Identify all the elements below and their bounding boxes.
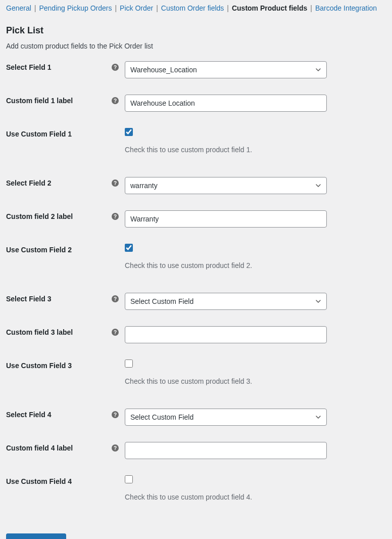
custom-field-4-label-input[interactable] [125,442,327,459]
custom-field-1-label-label: Custom field 1 label [6,97,73,105]
page-title: Pick List [6,25,386,36]
nav-tab[interactable]: Pending Pickup Orders [39,4,112,12]
select-field-4-label: Select Field 4 [6,411,51,419]
custom-field-3-label-label: Custom field 3 label [6,328,73,336]
help-icon[interactable]: ? [112,329,119,336]
use-custom-field-2-label: Use Custom Field 2 [6,246,72,254]
use-custom-field-1-checkbox[interactable] [125,128,133,136]
help-icon[interactable]: ? [112,444,119,452]
help-icon[interactable]: ? [112,295,119,302]
nav-separator: | [156,4,158,12]
use-custom-field-3-label: Use Custom Field 3 [6,362,72,370]
use-custom-field-3-checkbox[interactable] [125,360,133,368]
custom-field-2-label-input[interactable] [125,210,327,228]
help-icon[interactable]: ? [112,179,119,187]
use-custom-field-1-help: Check this to use custom product field 1… [125,146,327,154]
nav-separator: | [34,4,36,12]
select-field-2[interactable]: warranty [125,177,327,194]
use-custom-field-4-help: Check this to use custom product field 4… [125,493,327,501]
nav-tab[interactable]: Pick Order [120,4,153,12]
use-custom-field-3-help: Check this to use custom product field 3… [125,377,327,385]
nav-separator: | [310,4,312,12]
nav-separator: | [115,4,117,12]
select-field-1[interactable]: Warehouse_Location [125,61,327,78]
use-custom-field-1-label: Use Custom Field 1 [6,130,72,138]
use-custom-field-2-help: Check this to use custom product field 2… [125,261,327,270]
nav-tab[interactable]: General [6,4,31,12]
select-field-2-label: Select Field 2 [6,179,51,187]
subnav: General | Pending Pickup Orders | Pick O… [6,4,386,15]
use-custom-field-4-checkbox[interactable] [125,475,133,483]
custom-field-2-label-label: Custom field 2 label [6,212,73,220]
custom-field-4-label-label: Custom field 4 label [6,444,73,452]
custom-field-3-label-input[interactable] [125,326,327,343]
nav-tab[interactable]: Custom Order fields [161,4,224,12]
help-icon[interactable]: ? [112,97,119,104]
use-custom-field-2-checkbox[interactable] [125,244,133,252]
page-subhead: Add custom product fields to the Pick Or… [6,42,386,50]
save-button[interactable]: Save changes [6,533,66,539]
nav-tab[interactable]: Barcode Integration [315,4,377,12]
select-field-3-label: Select Field 3 [6,295,51,303]
help-icon[interactable]: ? [112,64,119,71]
select-field-1-label: Select Field 1 [6,63,51,71]
select-field-4[interactable]: Select Custom Field [125,409,327,426]
select-field-3[interactable]: Select Custom Field [125,293,327,310]
nav-separator: | [227,4,229,12]
nav-tab[interactable]: Custom Product fields [232,4,307,12]
use-custom-field-4-label: Use Custom Field 4 [6,477,72,485]
help-icon[interactable]: ? [112,213,119,220]
help-icon[interactable]: ? [112,411,119,418]
custom-field-1-label-input[interactable] [125,95,327,112]
